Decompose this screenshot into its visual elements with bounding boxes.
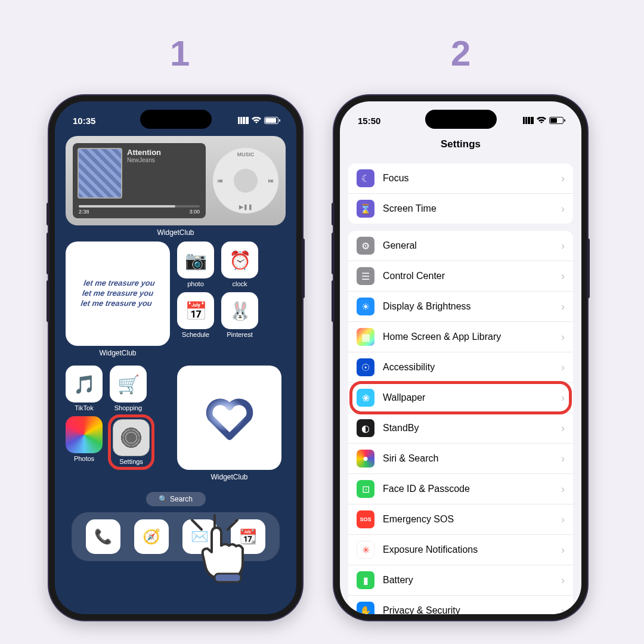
chevron-right-icon: ›: [561, 513, 565, 526]
app-tiktok[interactable]: 🎵 TikTok: [66, 366, 103, 411]
dynamic-island: [140, 110, 212, 129]
settings-row-control-center[interactable]: ☰Control Center›: [348, 261, 573, 292]
signal-icon: [523, 117, 534, 124]
settings-row-standby[interactable]: ◐StandBy›: [348, 413, 573, 444]
heart-widget[interactable]: [177, 366, 281, 470]
prev-icon[interactable]: ⏮: [218, 178, 223, 184]
faceid-icon: ⊡: [357, 480, 374, 498]
settings-row-screen-time[interactable]: ⌛Screen Time›: [348, 194, 573, 224]
app-pinterest[interactable]: 🐰 Pinterest: [221, 292, 258, 338]
next-icon[interactable]: ⏭: [268, 178, 274, 184]
settings-row-general[interactable]: ⚙General›: [348, 231, 573, 261]
app-photos[interactable]: Photos: [66, 416, 103, 468]
switches-icon: ☰: [357, 267, 374, 285]
settings-row-home-screen-app-library[interactable]: ▦Home Screen & App Library›: [348, 322, 573, 352]
chevron-right-icon: ›: [561, 240, 565, 252]
settings-row-label: Exposure Notifications: [383, 544, 553, 555]
settings-row-privacy-security[interactable]: ✋Privacy & Security›: [348, 596, 573, 614]
settings-row-accessibility[interactable]: ☉Accessibility›: [348, 352, 573, 383]
settings-row-label: Battery: [383, 575, 553, 586]
status-time: 15:50: [358, 116, 380, 126]
app-label: Photos: [74, 455, 94, 462]
chevron-right-icon: ›: [561, 301, 565, 313]
dock-calendar-icon[interactable]: 📆: [231, 519, 265, 554]
chevron-right-icon: ›: [561, 270, 565, 283]
siri-icon: ●: [357, 450, 374, 467]
settings-row-label: Wallpaper: [383, 392, 553, 403]
phone-frame-2: 15:50 Settings ☾Focus›⌛Screen Time› ⚙Gen…: [334, 95, 587, 620]
settings-row-focus[interactable]: ☾Focus›: [348, 163, 573, 194]
wheel-label: MUSIC: [237, 151, 255, 157]
moon-icon: ☾: [357, 169, 374, 187]
settings-row-label: Siri & Search: [383, 453, 553, 464]
app-clock[interactable]: ⏰ clock: [221, 242, 258, 287]
gear-icon: ⚙: [357, 237, 374, 255]
settings-row-emergency-sos[interactable]: SOSEmergency SOS›: [348, 504, 573, 535]
settings-group: ☾Focus›⌛Screen Time›: [348, 163, 573, 224]
settings-icon: [113, 419, 150, 456]
battery-icon: [549, 117, 564, 124]
app-label: TikTok: [75, 404, 93, 411]
settings-row-display-brightness[interactable]: ☀Display & Brightness›: [348, 292, 573, 322]
search-label: Search: [170, 495, 193, 503]
chevron-right-icon: ›: [561, 544, 565, 556]
person-icon: ☉: [357, 358, 374, 376]
ipod-wheel[interactable]: MUSIC ⏮ ⏭ ▶❚❚: [213, 148, 278, 213]
sun-icon: ☀: [357, 298, 374, 315]
standby-icon: ◐: [357, 419, 374, 437]
track-elapsed: 2:38: [79, 209, 89, 215]
settings-row-label: Control Center: [383, 271, 553, 281]
chevron-right-icon: ›: [561, 483, 565, 496]
music-widget[interactable]: Attention NewJeans 2:38 3:00 MUSIC ⏮ ⏭ ▶…: [66, 136, 286, 225]
chevron-right-icon: ›: [561, 203, 565, 215]
page-title: Settings: [340, 130, 581, 156]
settings-row-wallpaper[interactable]: ❀Wallpaper›: [348, 383, 573, 413]
app-settings[interactable]: Settings: [108, 414, 154, 470]
app-schedule[interactable]: 📅 Schedule: [177, 292, 214, 338]
hand-icon: ✋: [357, 602, 374, 614]
flower-icon: ❀: [357, 389, 374, 407]
treasure-text: let me treasure you let me treasure you …: [80, 278, 155, 309]
settings-row-exposure-notifications[interactable]: ✳Exposure Notifications›: [348, 535, 573, 565]
sos-icon: SOS: [357, 510, 374, 528]
phone-frame-1: 10:35 Attention NewJeans: [49, 95, 302, 620]
chevron-right-icon: ›: [561, 361, 565, 374]
dock-mail-icon[interactable]: ✉️: [182, 519, 217, 554]
chevron-right-icon: ›: [561, 453, 565, 465]
settings-row-label: Accessibility: [383, 362, 553, 373]
search-button[interactable]: 🔍 Search: [146, 492, 206, 506]
play-icon[interactable]: ▶❚❚: [239, 204, 253, 210]
virus-icon: ✳: [357, 541, 374, 559]
settings-row-battery[interactable]: ▮Battery›: [348, 565, 573, 596]
widget-label: WidgetClub: [66, 349, 170, 357]
settings-row-label: Screen Time: [383, 203, 553, 214]
widget-label: WidgetClub: [66, 228, 286, 237]
battery-icon: [264, 117, 278, 124]
settings-row-label: Display & Brightness: [383, 301, 553, 312]
app-label: photo: [187, 280, 204, 287]
app-label: Schedule: [182, 331, 209, 338]
step-number-1: 1: [170, 33, 190, 74]
dock-phone-icon[interactable]: 📞: [86, 519, 120, 554]
settings-row-label: Emergency SOS: [383, 514, 553, 525]
chevron-right-icon: ›: [561, 331, 565, 343]
chevron-right-icon: ›: [561, 605, 565, 615]
app-photo[interactable]: 📷 photo: [177, 242, 214, 287]
chevron-right-icon: ›: [561, 392, 565, 404]
app-label: Settings: [119, 458, 143, 465]
hourglass-icon: ⌛: [357, 200, 374, 218]
app-shopping[interactable]: 🛒 Shopping: [110, 366, 147, 411]
grid-icon: ▦: [357, 328, 374, 346]
chevron-right-icon: ›: [561, 172, 565, 185]
settings-row-label: Privacy & Security: [383, 605, 553, 614]
settings-row-siri-search[interactable]: ●Siri & Search›: [348, 444, 573, 474]
settings-row-label: StandBy: [383, 423, 553, 434]
text-widget[interactable]: let me treasure you let me treasure you …: [66, 242, 170, 346]
settings-row-label: Face ID & Passcode: [383, 484, 553, 494]
settings-row-label: Focus: [383, 173, 553, 184]
widget-label: WidgetClub: [177, 473, 281, 481]
wifi-icon: [252, 116, 261, 126]
dock-safari-icon[interactable]: 🧭: [134, 519, 169, 554]
settings-row-face-id-passcode[interactable]: ⊡Face ID & Passcode›: [348, 474, 573, 504]
track-total: 3:00: [189, 209, 200, 215]
